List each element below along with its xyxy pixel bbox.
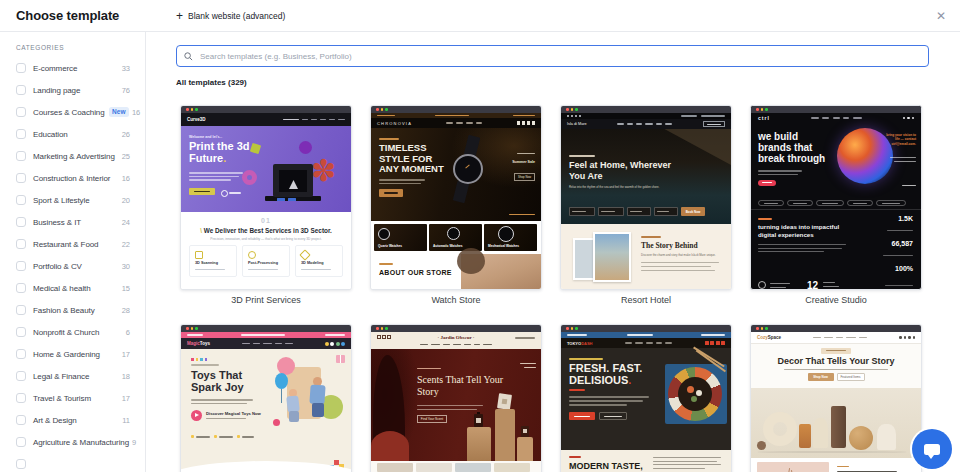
sidebar-item-agriculture-manufacturing[interactable]: Agriculture & Manufacturing9 bbox=[0, 431, 145, 453]
sidebar-item-portfolio-cv[interactable]: Portfolio & CV30 bbox=[0, 255, 145, 277]
hero-heading: Print the 3d Future. bbox=[189, 141, 251, 164]
sidebar-item-sport-lifestyle[interactable]: Sport & Lifestyle20 bbox=[0, 189, 145, 211]
template-card-watch-store[interactable]: CHRONOVIA TIMELESS STYLE FOR ANY MOMENT bbox=[370, 105, 542, 305]
sidebar-item-restaurant-food[interactable]: Restaurant & Food22 bbox=[0, 233, 145, 255]
chat-button[interactable] bbox=[912, 429, 952, 469]
category-checkbox[interactable] bbox=[16, 437, 26, 447]
category-checkbox[interactable] bbox=[16, 239, 26, 249]
sidebar-item-ecommerce[interactable]: E-commerce33 bbox=[0, 57, 145, 79]
product-strip bbox=[371, 461, 541, 472]
sidebar-item-courses-coaching[interactable]: Courses & CoachingNew16 bbox=[0, 101, 145, 123]
section-heading: turning ideas into impactful digital exp… bbox=[758, 223, 852, 239]
site-logo: Isla di Mare bbox=[567, 122, 587, 126]
category-checkbox[interactable] bbox=[16, 459, 26, 469]
decorative-lines bbox=[371, 344, 541, 345]
browser-bar bbox=[561, 106, 731, 113]
story-image bbox=[593, 232, 631, 282]
sidebar-item-construction-interior[interactable]: Construction & Interior16 bbox=[0, 167, 145, 189]
category-checkbox[interactable] bbox=[16, 173, 26, 183]
featured-items-button-graphic: Featured Items bbox=[837, 373, 865, 381]
sidebar-item-travel-tourism[interactable]: Travel & Tourism17 bbox=[0, 387, 145, 409]
sidebar-item-business-it[interactable]: Business & IT24 bbox=[0, 211, 145, 233]
hero-cta-graphic bbox=[379, 189, 403, 197]
template-card-creative-studio[interactable]: ctrl we build brands that break through … bbox=[750, 105, 922, 305]
categories-sidebar: CATEGORIES E-commerce33 Landing page76 C… bbox=[0, 32, 146, 472]
category-checkbox[interactable] bbox=[16, 415, 26, 425]
decorative-lines bbox=[617, 123, 672, 125]
category-checkbox[interactable] bbox=[16, 327, 26, 337]
category-checkbox[interactable] bbox=[16, 393, 26, 403]
sushi-plate-graphic bbox=[665, 364, 727, 424]
perfume-display-graphic bbox=[465, 389, 539, 461]
chat-bubble-icon bbox=[924, 444, 940, 455]
category-checkbox[interactable] bbox=[16, 283, 26, 293]
hero-tagline-pill bbox=[821, 348, 851, 354]
section-number: 01 bbox=[181, 217, 351, 224]
sidebar-item-legal-finance[interactable]: Legal & Finance18 bbox=[0, 365, 145, 387]
social-icons bbox=[903, 117, 915, 120]
browser-bar bbox=[371, 325, 541, 332]
hero-tagline: Welcome and let's... bbox=[189, 135, 222, 139]
category-checkbox[interactable] bbox=[16, 349, 26, 359]
blank-website-button[interactable]: + Blank website (advanced) bbox=[176, 0, 285, 31]
search-input[interactable] bbox=[198, 51, 921, 62]
template-card-3d-print-services[interactable]: Curve3D Welcome and let's... Print the 3… bbox=[180, 105, 352, 305]
site-logo: TOKYODASH bbox=[567, 341, 593, 346]
social-icons bbox=[705, 341, 726, 345]
choose-template-dialog: Choose template + Blank website (advance… bbox=[0, 0, 960, 472]
template-card-perfume[interactable]: · Jardin Obscur · Scents That Tell Your … bbox=[370, 324, 542, 472]
category-checkbox[interactable] bbox=[16, 151, 26, 161]
category-checkbox[interactable] bbox=[16, 217, 26, 227]
template-card-resort-hotel[interactable]: Isla di Mare Feel at Home, Wherever You … bbox=[560, 105, 732, 305]
page-title: Choose template bbox=[16, 0, 119, 31]
template-thumbnail: TOKYODASH FRESH. FAST. DELISIOUS. bbox=[560, 324, 732, 472]
browser-bar bbox=[371, 106, 541, 113]
sidebar-item-nonprofit-church[interactable]: Nonprofit & Church6 bbox=[0, 321, 145, 343]
story-text: Discover the charm and story that make I… bbox=[641, 253, 725, 257]
category-checkbox[interactable] bbox=[16, 305, 26, 315]
promo-block: Summer Sale Shop Now bbox=[512, 140, 535, 182]
sidebar-item-home-gardening[interactable]: Home & Gardening17 bbox=[0, 343, 145, 365]
sidebar-item-marketing-advertising[interactable]: Marketing & Advertising25 bbox=[0, 145, 145, 167]
category-checkbox[interactable] bbox=[16, 63, 26, 73]
category-checkbox[interactable] bbox=[16, 85, 26, 95]
shop-now-button-graphic: Shop Now bbox=[808, 373, 834, 381]
close-icon[interactable]: ✕ bbox=[930, 5, 952, 27]
template-card-toys[interactable]: MagicToys Toys That Spark Joy Discover M… bbox=[180, 324, 352, 472]
sidebar-item-art-design[interactable]: Art & Design11 bbox=[0, 409, 145, 431]
template-thumbnail: CozySpace Decor That Tells Your Story Sh… bbox=[750, 324, 922, 472]
portrait-image bbox=[461, 254, 541, 290]
years-stat: 12 bbox=[807, 280, 818, 290]
hero-cta-label: Discover Magical Toys Now bbox=[206, 411, 261, 416]
category-checkbox[interactable] bbox=[16, 129, 26, 139]
vases-photo-graphic bbox=[751, 388, 921, 458]
category-checkbox[interactable] bbox=[16, 195, 26, 205]
category-checkbox[interactable] bbox=[16, 107, 26, 117]
sidebar-item-medical-health[interactable]: Medical & health15 bbox=[0, 277, 145, 299]
template-card-sushi[interactable]: TOKYODASH FRESH. FAST. DELISIOUS. bbox=[560, 324, 732, 472]
decorative-lines bbox=[283, 119, 345, 121]
hero-heading: we build brands that break through bbox=[758, 132, 834, 164]
announcement-bar bbox=[371, 113, 541, 118]
hero-heading: Toys That Spark Joy bbox=[191, 369, 271, 393]
template-name: 3D Print Services bbox=[180, 295, 352, 305]
template-thumbnail: Curve3D Welcome and let's... Print the 3… bbox=[180, 105, 352, 290]
sidebar-item-landing-page[interactable]: Landing page76 bbox=[0, 79, 145, 101]
sidebar-item-education[interactable]: Education26 bbox=[0, 123, 145, 145]
category-checkbox[interactable] bbox=[16, 371, 26, 381]
social-icons bbox=[325, 342, 346, 346]
template-card-decor[interactable]: CozySpace Decor That Tells Your Story Sh… bbox=[750, 324, 922, 472]
category-tiles: Quartz Watches Automatic Watches Mechani… bbox=[371, 221, 541, 254]
dialog-header: Choose template + Blank website (advance… bbox=[0, 0, 960, 32]
hero-cta-graphic bbox=[569, 412, 595, 420]
hero-heading: Decor That Tells Your Story bbox=[751, 356, 921, 366]
category-row-partial[interactable] bbox=[0, 453, 145, 472]
decorative-lines bbox=[811, 117, 862, 119]
decorative-dots bbox=[191, 358, 207, 361]
category-checkbox[interactable] bbox=[16, 261, 26, 271]
bottom-image bbox=[757, 462, 829, 472]
model-dress bbox=[371, 431, 409, 461]
sidebar-item-fashion-beauty[interactable]: Fashion & Beauty28 bbox=[0, 299, 145, 321]
section-heading: MODERN TASTE, bbox=[569, 461, 643, 471]
decorative-lines bbox=[242, 343, 293, 345]
